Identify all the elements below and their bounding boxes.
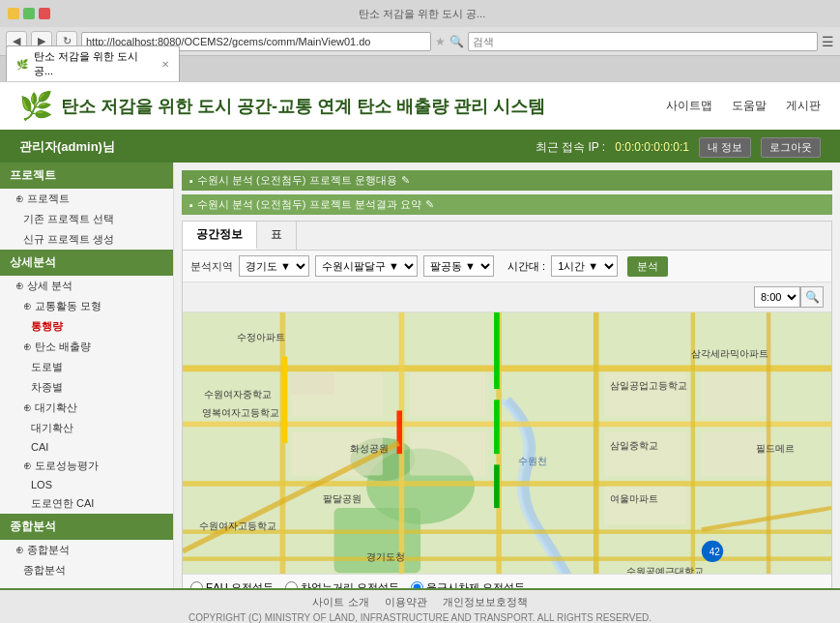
content-area: ▪ 수원시 분석 (오전첨두) 프로젝트 운행대용 ✎ ▪ 수원시 분석 (오전… <box>174 163 840 588</box>
sidebar-item-air-diffusion[interactable]: ⊕ 대기확산 <box>0 398 173 418</box>
sidebar: 프로젝트 ⊕ 프로젝트 기존 프로젝트 선택 신규 프로젝트 생성 상세분석 ⊕… <box>0 163 174 588</box>
sidebar-item-los[interactable]: LOS <box>0 476 173 493</box>
admin-right: 최근 접속 IP : 0:0:0:0:0:0:0:1 내 정보 로그아웃 <box>536 137 821 158</box>
controls-row: 분석지역 경기도 ▼ 수원시팔달구 ▼ 팔공동 ▼ 시간대 : 1시간 ▼ 분석 <box>183 251 831 282</box>
svg-rect-24 <box>702 372 767 416</box>
footer-nav-terms[interactable]: 이용약관 <box>385 595 427 609</box>
sidebar-item-traffic-model[interactable]: ⊕ 교통활동 모형 <box>0 296 173 316</box>
sidebar-section-detail: 상세분석 ⊕ 상세 분석 ⊕ 교통활동 모형 통행량 ⊕ 탄소 배출량 도로별 … <box>0 250 173 514</box>
leaf-icon: 🌿 <box>19 90 53 122</box>
logout-button[interactable]: 로그아웃 <box>761 137 821 158</box>
sidebar-item-traffic-volume[interactable]: 통행량 <box>0 316 173 337</box>
analysis-panel: 공간정보 표 분석지역 경기도 ▼ 수원시팔달구 ▼ 팔공동 ▼ 시간대 : <box>182 221 832 588</box>
map-container[interactable]: 수정아파트 수원여자중학교 영복여자고등학교 삼일공업고등학교 삼각세라믹아파트… <box>183 312 831 574</box>
svg-rect-17 <box>494 464 500 508</box>
svg-text:팔달공원: 팔달공원 <box>323 494 362 505</box>
browser-titlebar: 탄소 저감을 위한 도시 공... <box>0 0 840 27</box>
svg-text:수정아파트: 수정아파트 <box>237 332 285 342</box>
svg-rect-28 <box>410 432 485 476</box>
svg-text:수원여자고등학교: 수원여자고등학교 <box>199 520 276 531</box>
sidebar-item-vehicle-type[interactable]: 차종별 <box>0 377 173 398</box>
radio-input-2[interactable] <box>285 581 298 588</box>
app-container: 🌿 탄소 저감을 위한 도시 공간-교통 연계 탄소 배출량 관리 시스템 사이… <box>0 82 840 623</box>
active-tab[interactable]: 🌿 탄소 저감을 위한 도시 공... ✕ <box>6 45 180 81</box>
minimize-btn[interactable] <box>8 8 19 19</box>
footer-nav-about[interactable]: 사이트 소개 <box>312 595 368 609</box>
radio-input-3[interactable] <box>411 581 423 588</box>
province-select[interactable]: 경기도 ▼ <box>239 255 309 277</box>
svg-text:영복여자고등학교: 영복여자고등학교 <box>202 407 279 418</box>
tab-table[interactable]: 표 <box>257 222 297 250</box>
header-nav: 사이트맵 도움말 게시판 <box>666 98 821 114</box>
nav-sitemap[interactable]: 사이트맵 <box>666 98 712 114</box>
tab-spatial[interactable]: 공간정보 <box>183 222 257 250</box>
time-interval-select[interactable]: 1시간 ▼ <box>551 255 618 277</box>
menu-icon[interactable]: ☰ <box>822 34 834 49</box>
sidebar-item-cai[interactable]: CAI <box>0 438 173 456</box>
sidebar-section-project-header: 프로젝트 <box>0 163 173 189</box>
dong-select[interactable]: 팔공동 ▼ <box>423 255 494 277</box>
close-btn[interactable] <box>39 8 50 19</box>
radio-options-row: EAU 오전설두 차없는거리 오전설두 융근시차제 오전설두 <box>183 574 831 588</box>
breadcrumb1-text1: 수원시 분석 (오전첨두) <box>197 173 305 188</box>
search-icon: 🔍 <box>449 35 464 48</box>
time-value-select[interactable]: 8:00 <box>754 286 800 308</box>
svg-rect-21 <box>291 432 383 476</box>
map-svg: 수정아파트 수원여자중학교 영복여자고등학교 삼일공업고등학교 삼각세라믹아파트… <box>183 312 831 574</box>
svg-rect-12 <box>594 312 599 574</box>
radio-option-1[interactable]: EAU 오전설두 <box>190 580 274 588</box>
sidebar-item-road-age-cai[interactable]: 도로연한 CAI <box>0 493 173 514</box>
run-analysis-button[interactable]: 분석 <box>627 256 668 277</box>
search-input[interactable] <box>468 32 818 51</box>
breadcrumb1-edit-icon[interactable]: ✎ <box>401 174 410 187</box>
svg-rect-18 <box>282 357 288 443</box>
nav-board[interactable]: 게시판 <box>786 98 821 114</box>
sidebar-item-road[interactable]: 도로별 <box>0 357 173 377</box>
sidebar-item-project-root[interactable]: ⊕ 프로젝트 <box>0 189 173 209</box>
mypage-button[interactable]: 내 정보 <box>699 137 751 158</box>
svg-text:여울마파트: 여울마파트 <box>610 494 658 505</box>
svg-rect-8 <box>183 556 831 560</box>
sidebar-item-project-new[interactable]: 신규 프로젝트 생성 <box>0 229 173 250</box>
svg-text:삼각세라믹아파트: 삼각세라믹아파트 <box>691 348 768 359</box>
svg-rect-4 <box>183 365 831 371</box>
sidebar-section-detail-header: 상세분석 <box>0 250 173 276</box>
svg-text:경기도청: 경기도청 <box>366 551 405 562</box>
header-logo: 🌿 탄소 저감을 위한 도시 공간-교통 연계 탄소 배출량 관리 시스템 <box>19 90 545 122</box>
sidebar-item-air-diffusion2[interactable]: 대기확산 <box>0 418 173 438</box>
svg-rect-29 <box>291 372 334 394</box>
nav-help[interactable]: 도움말 <box>732 98 767 114</box>
footer-nav-privacy[interactable]: 개인정보보호정책 <box>443 595 528 609</box>
svg-rect-5 <box>183 422 831 428</box>
breadcrumb2-edit-icon[interactable]: ✎ <box>425 198 434 211</box>
svg-rect-7 <box>183 529 831 533</box>
city-select[interactable]: 수원시팔달구 ▼ <box>315 255 418 277</box>
svg-text:수원공예근대학교: 수원공예근대학교 <box>626 566 704 574</box>
breadcrumb2-text2: 프로젝트 분석결과 요약 <box>309 197 421 212</box>
tab-close-btn[interactable]: ✕ <box>161 59 169 70</box>
sidebar-item-comp-root[interactable]: ⊕ 종합분석 <box>0 540 173 560</box>
sidebar-item-road-perf[interactable]: ⊕ 도로성능평가 <box>0 456 173 476</box>
sidebar-item-project-existing[interactable]: 기존 프로젝트 선택 <box>0 209 173 229</box>
sidebar-item-carbon-emission[interactable]: ⊕ 탄소 배출량 <box>0 337 173 357</box>
svg-rect-16 <box>494 400 500 454</box>
header-title: 탄소 저감을 위한 도시 공간-교통 연계 탄소 배출량 관리 시스템 <box>61 95 545 118</box>
sidebar-item-comp-analysis[interactable]: 종합분석 <box>0 560 173 580</box>
svg-rect-23 <box>604 372 685 416</box>
time-search-button[interactable]: 🔍 <box>800 286 824 308</box>
svg-text:삼일공업고등학교: 삼일공업고등학교 <box>610 380 687 391</box>
svg-rect-27 <box>702 432 767 476</box>
svg-rect-6 <box>183 481 831 487</box>
breadcrumb2: ▪ 수원시 분석 (오전첨두) 프로젝트 분석결과 요약 ✎ <box>182 194 832 215</box>
breadcrumb2-text1: 수원시 분석 (오전첨두) <box>197 197 305 212</box>
footer-nav: 사이트 소개 이용약관 개인정보보호정책 <box>312 595 527 609</box>
breadcrumb1-icon: ▪ <box>189 175 193 187</box>
app-footer: 사이트 소개 이용약관 개인정보보호정책 COPYRIGHT (C) MINIS… <box>0 588 840 623</box>
admin-bar: 관리자(admin)님 최근 접속 IP : 0:0:0:0:0:0:0:1 내… <box>0 132 840 163</box>
maximize-btn[interactable] <box>23 8 35 19</box>
sidebar-item-detail-root[interactable]: ⊕ 상세 분석 <box>0 276 173 296</box>
radio-option-2[interactable]: 차없는거리 오전설두 <box>285 580 399 588</box>
radio-input-1[interactable] <box>190 581 203 588</box>
radio-option-3[interactable]: 융근시차제 오전설두 <box>411 580 525 588</box>
tab-favicon: 🌿 <box>16 59 28 70</box>
